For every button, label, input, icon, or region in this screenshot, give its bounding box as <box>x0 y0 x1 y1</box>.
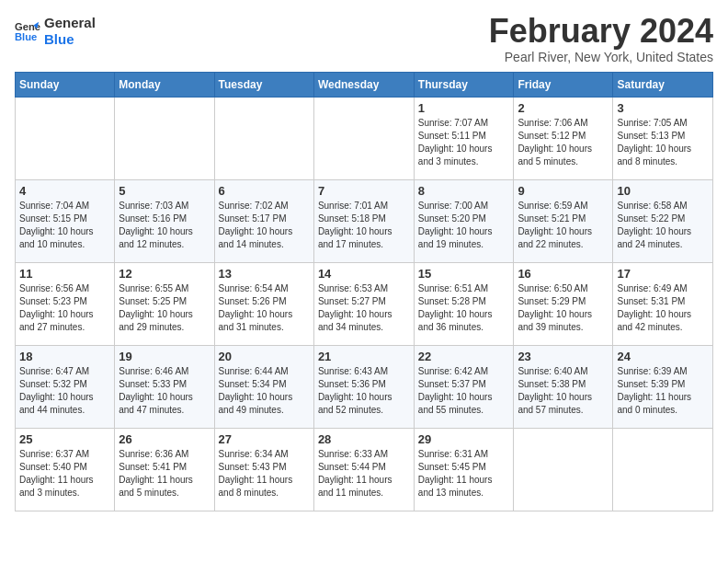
day-info: Sunrise: 7:01 AM Sunset: 5:18 PM Dayligh… <box>318 200 410 251</box>
day-info: Sunrise: 7:02 AM Sunset: 5:17 PM Dayligh… <box>219 200 310 251</box>
day-info: Sunrise: 7:00 AM Sunset: 5:20 PM Dayligh… <box>418 200 510 251</box>
day-cell: 15Sunrise: 6:51 AM Sunset: 5:28 PM Dayli… <box>414 263 514 346</box>
day-cell: 28Sunrise: 6:33 AM Sunset: 5:44 PM Dayli… <box>313 429 414 511</box>
day-cell: 3Sunrise: 7:05 AM Sunset: 5:13 PM Daylig… <box>613 98 713 180</box>
day-info: Sunrise: 6:42 AM Sunset: 5:37 PM Dayligh… <box>418 365 510 417</box>
day-cell <box>16 98 115 180</box>
day-cell <box>613 429 713 511</box>
day-cell: 7Sunrise: 7:01 AM Sunset: 5:18 PM Daylig… <box>313 180 414 263</box>
day-cell: 25Sunrise: 6:37 AM Sunset: 5:40 PM Dayli… <box>16 429 115 511</box>
day-cell: 14Sunrise: 6:53 AM Sunset: 5:27 PM Dayli… <box>313 263 414 346</box>
header-row: SundayMondayTuesdayWednesdayThursdayFrid… <box>16 73 713 98</box>
title-block: February 2024 Pearl River, New York, Uni… <box>489 15 713 64</box>
logo-blue: Blue <box>44 31 96 48</box>
day-cell: 26Sunrise: 6:36 AM Sunset: 5:41 PM Dayli… <box>115 429 214 511</box>
day-number: 10 <box>617 184 709 198</box>
day-number: 5 <box>119 184 210 198</box>
day-number: 27 <box>219 432 310 446</box>
day-info: Sunrise: 7:06 AM Sunset: 5:12 PM Dayligh… <box>518 117 609 168</box>
day-cell: 29Sunrise: 6:31 AM Sunset: 5:45 PM Dayli… <box>414 429 514 511</box>
col-header-thursday: Thursday <box>414 73 514 98</box>
day-number: 19 <box>119 350 210 363</box>
day-number: 24 <box>617 350 709 363</box>
day-number: 11 <box>19 267 110 281</box>
logo: General Blue General Blue <box>15 15 96 48</box>
week-row-5: 25Sunrise: 6:37 AM Sunset: 5:40 PM Dayli… <box>16 429 713 511</box>
day-number: 20 <box>219 350 310 363</box>
day-info: Sunrise: 6:44 AM Sunset: 5:34 PM Dayligh… <box>219 365 310 417</box>
day-number: 15 <box>418 267 510 281</box>
day-cell: 8Sunrise: 7:00 AM Sunset: 5:20 PM Daylig… <box>414 180 514 263</box>
day-info: Sunrise: 6:31 AM Sunset: 5:45 PM Dayligh… <box>418 448 510 500</box>
day-number: 17 <box>617 267 709 281</box>
day-cell: 10Sunrise: 6:58 AM Sunset: 5:22 PM Dayli… <box>613 180 713 263</box>
day-cell <box>214 98 313 180</box>
day-cell: 13Sunrise: 6:54 AM Sunset: 5:26 PM Dayli… <box>214 263 313 346</box>
day-number: 23 <box>518 350 609 363</box>
day-cell <box>115 98 214 180</box>
day-cell: 6Sunrise: 7:02 AM Sunset: 5:17 PM Daylig… <box>214 180 313 263</box>
day-cell: 4Sunrise: 7:04 AM Sunset: 5:15 PM Daylig… <box>16 180 115 263</box>
day-info: Sunrise: 6:47 AM Sunset: 5:32 PM Dayligh… <box>19 365 110 417</box>
day-info: Sunrise: 6:33 AM Sunset: 5:44 PM Dayligh… <box>318 448 410 500</box>
day-number: 18 <box>19 350 110 363</box>
day-number: 1 <box>418 101 510 115</box>
day-number: 4 <box>19 184 110 198</box>
day-info: Sunrise: 7:03 AM Sunset: 5:16 PM Dayligh… <box>119 200 210 251</box>
day-info: Sunrise: 7:04 AM Sunset: 5:15 PM Dayligh… <box>19 200 110 251</box>
day-number: 26 <box>119 432 210 446</box>
day-number: 22 <box>418 350 510 363</box>
day-cell: 1Sunrise: 7:07 AM Sunset: 5:11 PM Daylig… <box>414 98 514 180</box>
col-header-friday: Friday <box>514 73 613 98</box>
day-number: 16 <box>518 267 609 281</box>
day-cell: 2Sunrise: 7:06 AM Sunset: 5:12 PM Daylig… <box>514 98 613 180</box>
day-info: Sunrise: 6:37 AM Sunset: 5:40 PM Dayligh… <box>19 448 110 500</box>
day-info: Sunrise: 6:55 AM Sunset: 5:25 PM Dayligh… <box>119 282 210 334</box>
calendar-table: SundayMondayTuesdayWednesdayThursdayFrid… <box>15 72 713 511</box>
col-header-wednesday: Wednesday <box>313 73 414 98</box>
day-number: 13 <box>219 267 310 281</box>
day-info: Sunrise: 7:05 AM Sunset: 5:13 PM Dayligh… <box>617 117 709 168</box>
day-cell: 24Sunrise: 6:39 AM Sunset: 5:39 PM Dayli… <box>613 346 713 429</box>
day-cell: 22Sunrise: 6:42 AM Sunset: 5:37 PM Dayli… <box>414 346 514 429</box>
col-header-saturday: Saturday <box>613 73 713 98</box>
day-cell: 21Sunrise: 6:43 AM Sunset: 5:36 PM Dayli… <box>313 346 414 429</box>
day-number: 28 <box>318 432 410 446</box>
day-cell: 20Sunrise: 6:44 AM Sunset: 5:34 PM Dayli… <box>214 346 313 429</box>
day-cell: 12Sunrise: 6:55 AM Sunset: 5:25 PM Dayli… <box>115 263 214 346</box>
day-info: Sunrise: 6:34 AM Sunset: 5:43 PM Dayligh… <box>219 448 310 500</box>
col-header-sunday: Sunday <box>16 73 115 98</box>
col-header-monday: Monday <box>115 73 214 98</box>
week-row-3: 11Sunrise: 6:56 AM Sunset: 5:23 PM Dayli… <box>16 263 713 346</box>
day-cell: 9Sunrise: 6:59 AM Sunset: 5:21 PM Daylig… <box>514 180 613 263</box>
day-info: Sunrise: 6:36 AM Sunset: 5:41 PM Dayligh… <box>119 448 210 500</box>
page-header: General Blue General Blue February 2024 … <box>15 15 713 64</box>
day-cell: 19Sunrise: 6:46 AM Sunset: 5:33 PM Dayli… <box>115 346 214 429</box>
week-row-4: 18Sunrise: 6:47 AM Sunset: 5:32 PM Dayli… <box>16 346 713 429</box>
day-cell: 17Sunrise: 6:49 AM Sunset: 5:31 PM Dayli… <box>613 263 713 346</box>
day-number: 6 <box>219 184 310 198</box>
day-cell: 5Sunrise: 7:03 AM Sunset: 5:16 PM Daylig… <box>115 180 214 263</box>
day-info: Sunrise: 6:54 AM Sunset: 5:26 PM Dayligh… <box>219 282 310 334</box>
day-cell: 18Sunrise: 6:47 AM Sunset: 5:32 PM Dayli… <box>16 346 115 429</box>
day-cell: 27Sunrise: 6:34 AM Sunset: 5:43 PM Dayli… <box>214 429 313 511</box>
day-number: 2 <box>518 101 609 115</box>
day-number: 8 <box>418 184 510 198</box>
col-header-tuesday: Tuesday <box>214 73 313 98</box>
day-info: Sunrise: 6:56 AM Sunset: 5:23 PM Dayligh… <box>19 282 110 334</box>
day-number: 12 <box>119 267 210 281</box>
day-info: Sunrise: 6:39 AM Sunset: 5:39 PM Dayligh… <box>617 365 709 417</box>
day-info: Sunrise: 6:51 AM Sunset: 5:28 PM Dayligh… <box>418 282 510 334</box>
logo-icon: General Blue <box>15 18 40 44</box>
logo-general: General <box>44 15 96 31</box>
day-info: Sunrise: 6:59 AM Sunset: 5:21 PM Dayligh… <box>518 200 609 251</box>
month-title: February 2024 <box>489 15 713 48</box>
day-number: 29 <box>418 432 510 446</box>
day-number: 25 <box>19 432 110 446</box>
day-info: Sunrise: 6:50 AM Sunset: 5:29 PM Dayligh… <box>518 282 609 334</box>
day-number: 9 <box>518 184 609 198</box>
day-info: Sunrise: 6:46 AM Sunset: 5:33 PM Dayligh… <box>119 365 210 417</box>
day-info: Sunrise: 6:43 AM Sunset: 5:36 PM Dayligh… <box>318 365 410 417</box>
location: Pearl River, New York, United States <box>489 50 713 64</box>
day-info: Sunrise: 7:07 AM Sunset: 5:11 PM Dayligh… <box>418 117 510 168</box>
